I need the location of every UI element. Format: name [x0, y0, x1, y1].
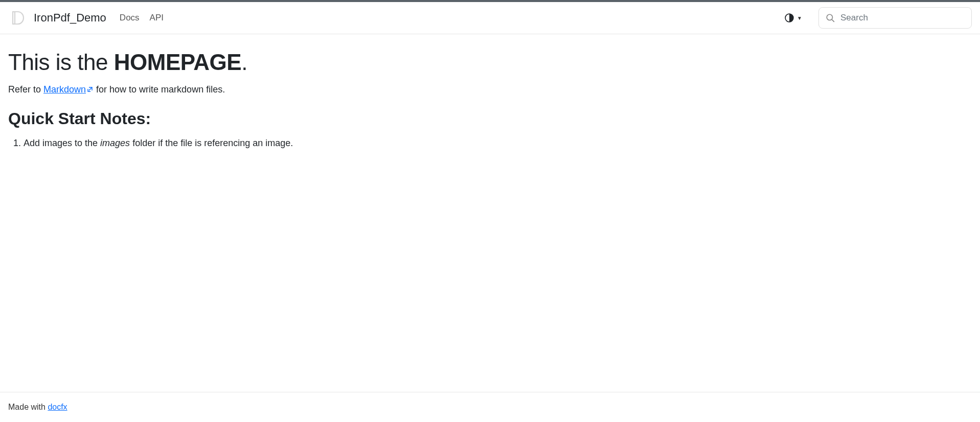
search-box — [818, 7, 972, 29]
title-suffix: . — [241, 50, 247, 75]
note-italic: images — [100, 138, 130, 148]
footer-prefix: Made with — [8, 403, 48, 411]
svg-line-3 — [832, 19, 834, 22]
list-item: Add images to the images folder if the f… — [24, 136, 972, 150]
note-suffix: folder if the file is referencing an ima… — [130, 138, 293, 148]
footer: Made with docfx — [0, 392, 980, 422]
nav-links: Docs API — [120, 13, 164, 23]
brand-title[interactable]: IronPdf_Demo — [34, 11, 106, 25]
theme-toggle-button[interactable]: ▼ — [780, 10, 807, 26]
theme-contrast-icon — [785, 13, 794, 22]
search-input[interactable] — [818, 7, 972, 29]
brand-logo-icon — [8, 9, 27, 27]
search-icon — [826, 13, 835, 22]
intro-suffix: for how to write markdown files. — [94, 84, 225, 95]
nav-link-api[interactable]: API — [150, 13, 164, 23]
page-title: This is the HOMEPAGE. — [8, 50, 972, 75]
intro-paragraph: Refer to Markdown for how to write markd… — [8, 84, 972, 95]
intro-prefix: Refer to — [8, 84, 43, 95]
svg-point-2 — [827, 14, 832, 20]
external-link-icon — [87, 84, 94, 91]
markdown-link[interactable]: Markdown — [43, 84, 94, 95]
notes-list: Add images to the images folder if the f… — [8, 136, 972, 150]
docfx-link[interactable]: docfx — [48, 403, 67, 411]
caret-down-icon: ▼ — [797, 15, 802, 21]
nav-link-docs[interactable]: Docs — [120, 13, 140, 23]
title-prefix: This is the — [8, 50, 114, 75]
main-content: This is the HOMEPAGE. Refer to Markdown … — [0, 34, 980, 392]
title-bold: HOMEPAGE — [114, 50, 241, 75]
section-heading: Quick Start Notes: — [8, 109, 972, 128]
note-prefix: Add images to the — [24, 138, 100, 148]
svg-rect-0 — [13, 12, 15, 24]
navbar: IronPdf_Demo Docs API ▼ — [0, 2, 980, 34]
